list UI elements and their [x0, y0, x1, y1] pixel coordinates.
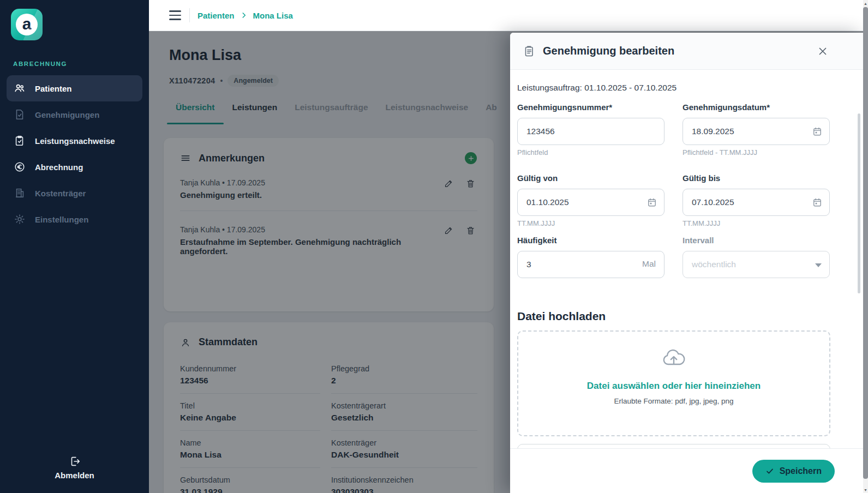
drawer-header: Genehmigung bearbeiten — [510, 33, 864, 70]
field-label: Gültig bis — [683, 173, 830, 184]
building-icon — [14, 187, 26, 199]
edit-authorization-drawer: Genehmigung bearbeiten Leistungsauftrag:… — [510, 33, 864, 493]
field-genehmigungsnummer: Genehmigungsnummer* Pflichtfeld — [517, 103, 665, 157]
sidebar-item-label: Leistungsnachweise — [35, 136, 115, 146]
calendar-icon[interactable] — [812, 126, 823, 137]
calendar-icon[interactable] — [646, 197, 657, 208]
field-gueltig-von: Gültig von TT.MM.JJJJ — [517, 173, 665, 228]
chevron-right-icon — [240, 11, 248, 19]
drawer-scrollbar-thumb[interactable] — [858, 113, 860, 293]
check-icon — [765, 467, 774, 476]
gear-icon — [14, 213, 26, 225]
intervall-select[interactable]: wöchentlich — [683, 251, 830, 278]
logout-icon — [69, 455, 81, 467]
euro-icon — [14, 161, 26, 173]
file-select-link[interactable]: Datei auswählen oder hier hineinziehen — [587, 381, 761, 392]
save-button[interactable]: Speichern — [752, 460, 835, 483]
cloud-upload-icon — [660, 348, 687, 369]
sidebar-item-label: Patienten — [35, 84, 72, 93]
sidebar-item-label: Einstellungen — [35, 215, 88, 224]
field-haeufigkeit: Häufigkeit Mal — [517, 236, 665, 290]
breadcrumb-patienten[interactable]: Patienten — [197, 11, 235, 20]
field-label: Intervall — [683, 236, 830, 246]
page-scrollbar[interactable]: ▲ ▼ — [863, 0, 868, 493]
drawer-footer: Speichern — [510, 448, 864, 493]
logout-label: Abmelden — [55, 471, 94, 480]
document-check-icon — [14, 109, 26, 121]
app-root: a ABRECHNUNG Patienten Genehmigungen — [0, 0, 868, 493]
genehmigungsnummer-input[interactable] — [517, 118, 665, 145]
save-button-label: Speichern — [780, 466, 822, 476]
scroll-up-arrow[interactable]: ▲ — [863, 0, 868, 7]
sidebar-section-label: ABRECHNUNG — [13, 61, 67, 67]
field-helper: Pflichtfeld - TT.MM.JJJJ — [683, 148, 830, 157]
clipboard-icon — [523, 45, 536, 58]
upload-section-heading: Datei hochladen — [517, 310, 830, 324]
app-logo-letter: a — [22, 16, 32, 32]
field-intervall: Intervall wöchentlich — [683, 236, 830, 290]
people-icon — [14, 82, 26, 94]
logout-button[interactable]: Abmelden — [0, 455, 149, 480]
menu-icon[interactable] — [169, 10, 181, 20]
topbar: Patienten Mona Lisa — [149, 0, 868, 31]
gueltig-von-input[interactable] — [517, 189, 665, 216]
drawer-body: Leistungsauftrag: 01.10.2025 - 07.10.202… — [510, 70, 864, 448]
field-helper: TT.MM.JJJJ — [683, 219, 830, 228]
field-helper: TT.MM.JJJJ — [517, 219, 665, 228]
field-genehmigungsdatum: Genehmigungsdatum* Pflichtfeld - TT.MM.J… — [683, 103, 830, 157]
scrollbar-thumb[interactable] — [863, 7, 868, 479]
file-dropzone[interactable]: Datei auswählen oder hier hineinziehen E… — [517, 330, 830, 436]
select-placeholder: wöchentlich — [692, 260, 736, 269]
sidebar-item-abrechnung[interactable]: Abrechnung — [7, 154, 142, 180]
drawer-title: Genehmigung bearbeiten — [543, 45, 817, 57]
sidebar-item-label: Genehmigungen — [35, 110, 99, 119]
chevron-down-icon — [815, 263, 822, 267]
field-gueltig-bis: Gültig bis TT.MM.JJJJ — [683, 173, 830, 228]
gueltig-bis-input[interactable] — [683, 189, 830, 216]
sidebar-item-label: Kostenträger — [35, 189, 86, 198]
breadcrumb-current[interactable]: Mona Lisa — [253, 11, 293, 20]
sidebar-item-leistungsnachweise[interactable]: Leistungsnachweise — [7, 128, 142, 154]
haeufigkeit-suffix: Mal — [642, 259, 656, 269]
sidebar-item-kostentraeger[interactable]: Kostenträger — [7, 180, 142, 206]
topbar-divider — [189, 8, 190, 22]
sidebar: a ABRECHNUNG Patienten Genehmigungen — [0, 0, 149, 493]
scroll-down-arrow[interactable]: ▼ — [863, 486, 868, 493]
field-helper: Pflichtfeld — [517, 148, 665, 157]
app-logo: a — [11, 9, 43, 40]
genehmigungsdatum-input[interactable] — [683, 118, 830, 145]
close-icon[interactable] — [817, 45, 829, 57]
field-label: Genehmigungsdatum* — [683, 103, 830, 113]
clipped-input[interactable] — [517, 444, 830, 448]
leistungsauftrag-range: Leistungsauftrag: 01.10.2025 - 07.10.202… — [517, 83, 830, 93]
sidebar-nav: Patienten Genehmigungen Leistungsnachwei… — [0, 75, 149, 232]
calendar-icon[interactable] — [812, 197, 823, 208]
sidebar-item-label: Abrechnung — [35, 163, 83, 172]
allowed-formats-hint: Erlaubte Formate: pdf, jpg, jpeg, png — [614, 397, 733, 405]
field-label: Gültig von — [517, 173, 665, 184]
app-logo-circle: a — [16, 14, 38, 35]
clipboard-check-icon — [14, 135, 26, 147]
field-label: Häufigkeit — [517, 236, 665, 246]
sidebar-item-patienten[interactable]: Patienten — [7, 75, 142, 101]
field-helper — [517, 281, 665, 290]
sidebar-item-einstellungen[interactable]: Einstellungen — [7, 206, 142, 232]
sidebar-item-genehmigungen[interactable]: Genehmigungen — [7, 101, 142, 128]
field-label: Genehmigungsnummer* — [517, 103, 665, 113]
